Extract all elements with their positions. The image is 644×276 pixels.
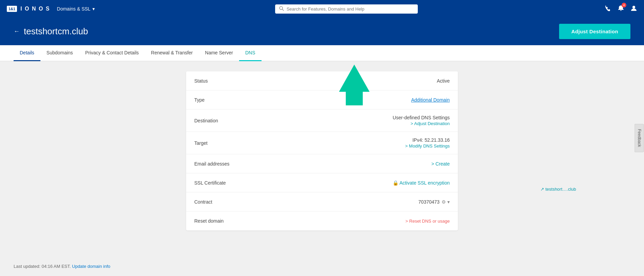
app-header: 1&1 I O N O S Domains & SSL ▾ 4 xyxy=(0,0,644,18)
domain-name-title: testshortcm.club xyxy=(24,26,88,37)
main-content: Status Active Type Additional Domain Des… xyxy=(0,61,644,258)
table-row: Reset domain > Reset DNS or usage xyxy=(186,211,458,230)
logo-area[interactable]: 1&1 I O N O S xyxy=(7,6,50,12)
contract-label: Contract xyxy=(194,199,262,205)
search-input[interactable] xyxy=(287,6,414,12)
notification-badge: 4 xyxy=(622,3,626,7)
tab-renewal-transfer[interactable]: Renewal & Transfer xyxy=(145,45,199,61)
footer-text: Last updated: 04:16 AM EST. xyxy=(14,264,71,269)
destination-main-value: User-defined DNS Settings xyxy=(393,115,450,120)
table-row: Email addresses > Create xyxy=(186,154,458,173)
phone-icon[interactable] xyxy=(605,5,611,13)
tab-dns[interactable]: DNS xyxy=(239,45,262,61)
domains-nav-label: Domains & SSL xyxy=(57,6,91,12)
external-domain-link[interactable]: ↗ testshort….club xyxy=(540,187,576,192)
domains-nav[interactable]: Domains & SSL ▾ xyxy=(57,6,95,12)
tab-details[interactable]: Details xyxy=(14,45,40,61)
destination-label: Destination xyxy=(194,118,262,123)
table-row: Status Active xyxy=(186,71,458,90)
ssl-activate-link[interactable]: 🔒 Activate SSL encryption xyxy=(262,180,450,186)
logo-box: 1&1 xyxy=(7,6,17,12)
contract-number: 70370473 xyxy=(418,199,440,205)
svg-line-1 xyxy=(282,9,284,11)
type-value-link[interactable]: Additional Domain xyxy=(262,97,450,103)
adjust-destination-link[interactable]: > Adjust Destination xyxy=(262,121,450,126)
notifications-icon[interactable]: 4 xyxy=(618,5,624,13)
tab-privacy-contact[interactable]: Privacy & Contact Details xyxy=(79,45,145,61)
type-label: Type xyxy=(194,97,262,103)
email-create-link[interactable]: > Create xyxy=(262,161,450,167)
tabs-bar: Details Subdomains Privacy & Contact Det… xyxy=(0,45,644,61)
destination-value-block: User-defined DNS Settings > Adjust Desti… xyxy=(262,115,450,126)
footer: Last updated: 04:16 AM EST. Update domai… xyxy=(0,258,644,274)
table-row: Contract 70370473 ⚙ ▾ xyxy=(186,192,458,211)
ionos-logo: I O N O S xyxy=(20,6,50,12)
tab-name-server[interactable]: Name Server xyxy=(199,45,239,61)
feedback-tab[interactable]: Feedback xyxy=(635,124,644,152)
back-arrow-icon[interactable]: ← xyxy=(14,28,20,35)
adjust-destination-button[interactable]: Adjust Destination xyxy=(559,24,630,39)
gear-icon[interactable]: ⚙ ▾ xyxy=(442,199,450,205)
user-icon[interactable] xyxy=(630,5,637,13)
header-icons: 4 xyxy=(605,5,637,13)
table-row: Target IPv4: 52.21.33.16 > Modify DNS Se… xyxy=(186,132,458,154)
contract-value-area: 70370473 ⚙ ▾ xyxy=(262,199,450,205)
search-icon xyxy=(279,6,284,12)
domain-bar: ← testshortcm.club Adjust Destination xyxy=(0,18,644,45)
modify-dns-link[interactable]: > Modify DNS Settings xyxy=(262,143,450,149)
domain-title-area: ← testshortcm.club xyxy=(14,26,88,37)
table-row: SSL Certificate 🔒 Activate SSL encryptio… xyxy=(186,173,458,192)
ext-link-area: ↗ testshort….club xyxy=(540,186,576,192)
status-label: Status xyxy=(194,78,262,84)
target-value-block: IPv4: 52.21.33.16 > Modify DNS Settings xyxy=(262,137,450,149)
target-label: Target xyxy=(194,140,262,146)
search-bar xyxy=(275,4,418,14)
target-main-value: IPv4: 52.21.33.16 xyxy=(412,137,450,143)
tab-subdomains[interactable]: Subdomains xyxy=(40,45,79,61)
svg-point-2 xyxy=(632,6,635,8)
nav-chevron-icon: ▾ xyxy=(92,6,95,12)
table-row: Destination User-defined DNS Settings > … xyxy=(186,109,458,132)
table-row: Type Additional Domain xyxy=(186,90,458,109)
ssl-label: SSL Certificate xyxy=(194,180,262,186)
reset-label: Reset domain xyxy=(194,218,262,224)
status-value: Active xyxy=(262,78,450,84)
details-card: Status Active Type Additional Domain Des… xyxy=(186,71,458,230)
update-domain-info-link[interactable]: Update domain info xyxy=(72,264,110,269)
email-label: Email addresses xyxy=(194,161,262,167)
reset-dns-link[interactable]: > Reset DNS or usage xyxy=(262,219,450,224)
